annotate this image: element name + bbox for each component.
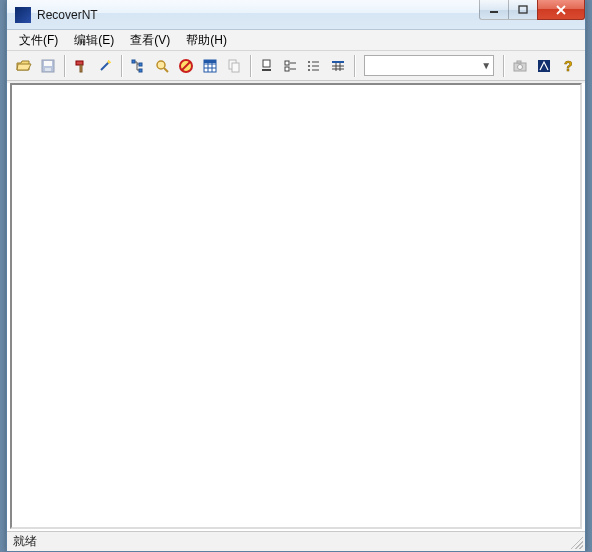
grid-button[interactable]	[199, 55, 221, 77]
toolbar-separator	[250, 55, 251, 77]
maximize-icon	[518, 5, 528, 15]
minimize-icon	[489, 5, 499, 15]
close-icon	[555, 5, 567, 15]
magnifier-icon	[154, 58, 170, 74]
menu-file[interactable]: 文件(F)	[11, 30, 66, 51]
svg-rect-45	[517, 61, 521, 63]
configure-button[interactable]	[70, 55, 92, 77]
statusbar: 就绪	[7, 531, 585, 551]
app-icon	[15, 7, 31, 23]
list-icon	[306, 58, 322, 74]
camera-button[interactable]	[509, 55, 531, 77]
camera-icon	[512, 58, 528, 74]
stop-button[interactable]	[175, 55, 197, 77]
content-frame	[10, 83, 582, 529]
folder-open-icon	[16, 58, 32, 74]
svg-point-44	[518, 64, 523, 69]
svg-point-36	[308, 69, 310, 71]
details-icon	[330, 58, 346, 74]
menu-view[interactable]: 查看(V)	[122, 30, 178, 51]
toolbar-separator	[64, 55, 65, 77]
titlebar[interactable]: RecoverNT	[7, 0, 585, 30]
toolbar: ▼ ?	[7, 51, 585, 81]
content-area[interactable]	[12, 85, 580, 527]
resize-grip-icon[interactable]	[569, 535, 583, 549]
svg-rect-12	[139, 63, 142, 66]
toolbar-separator	[121, 55, 122, 77]
menu-help[interactable]: 帮助(H)	[178, 30, 235, 51]
chevron-down-icon: ▼	[481, 60, 491, 71]
tree-button[interactable]	[127, 55, 149, 77]
small-icons-icon	[283, 58, 299, 74]
svg-rect-8	[80, 65, 82, 72]
minimize-button[interactable]	[479, 0, 509, 20]
open-button[interactable]	[13, 55, 35, 77]
large-icons-icon	[259, 58, 275, 74]
tree-icon	[130, 58, 146, 74]
app-window: RecoverNT 文件(F) 编辑(E) 查看(V) 帮助(H)	[6, 0, 586, 552]
svg-line-9	[101, 62, 109, 70]
svg-line-15	[164, 68, 168, 72]
large-icons-button[interactable]	[256, 55, 278, 77]
menu-edit[interactable]: 编辑(E)	[66, 30, 122, 51]
no-entry-icon	[178, 58, 194, 74]
copy-button[interactable]	[223, 55, 245, 77]
find-button[interactable]	[151, 55, 173, 77]
svg-rect-13	[139, 69, 142, 72]
help-icon: ?	[560, 58, 576, 74]
menubar: 文件(F) 编辑(E) 查看(V) 帮助(H)	[7, 30, 585, 51]
wand-icon	[97, 58, 113, 74]
svg-rect-0	[490, 11, 498, 13]
help-button[interactable]: ?	[557, 55, 579, 77]
toolbar-separator	[354, 55, 355, 77]
svg-rect-6	[45, 68, 51, 71]
window-controls	[480, 0, 585, 20]
svg-text:?: ?	[564, 58, 573, 74]
grid-icon	[202, 58, 218, 74]
save-icon	[40, 58, 56, 74]
svg-rect-25	[232, 63, 239, 72]
list-button[interactable]	[303, 55, 325, 77]
svg-rect-26	[263, 60, 270, 67]
status-text: 就绪	[13, 533, 37, 550]
svg-point-14	[157, 61, 165, 69]
window-title: RecoverNT	[37, 8, 98, 22]
process-button[interactable]	[94, 55, 116, 77]
close-button[interactable]	[537, 0, 585, 20]
hammer-icon	[73, 58, 89, 74]
svg-rect-23	[204, 60, 216, 63]
save-button[interactable]	[37, 55, 59, 77]
copy-icon	[226, 58, 242, 74]
app-icon	[536, 58, 552, 74]
svg-rect-5	[44, 61, 52, 66]
svg-rect-28	[285, 61, 289, 65]
toolbar-separator	[503, 55, 504, 77]
app-button[interactable]	[533, 55, 555, 77]
svg-rect-11	[132, 60, 135, 63]
svg-rect-38	[332, 61, 344, 63]
svg-point-34	[308, 65, 310, 67]
svg-rect-1	[519, 6, 527, 13]
svg-point-32	[308, 61, 310, 63]
details-button[interactable]	[327, 55, 349, 77]
small-icons-button[interactable]	[280, 55, 302, 77]
svg-rect-7	[76, 61, 83, 65]
maximize-button[interactable]	[508, 0, 538, 20]
svg-rect-30	[285, 67, 289, 71]
drive-dropdown[interactable]: ▼	[364, 55, 494, 76]
